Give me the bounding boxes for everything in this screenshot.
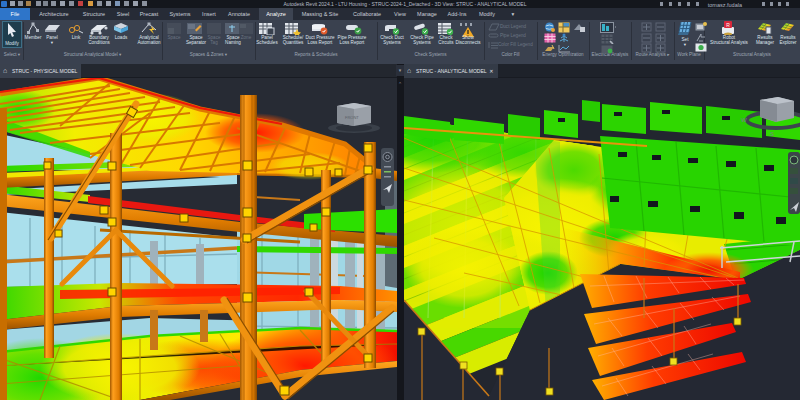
svg-text:W: W bbox=[741, 117, 747, 123]
svg-text:FRONT: FRONT bbox=[345, 115, 359, 120]
svg-text:R: R bbox=[726, 22, 730, 28]
svg-text:S: S bbox=[770, 131, 774, 137]
